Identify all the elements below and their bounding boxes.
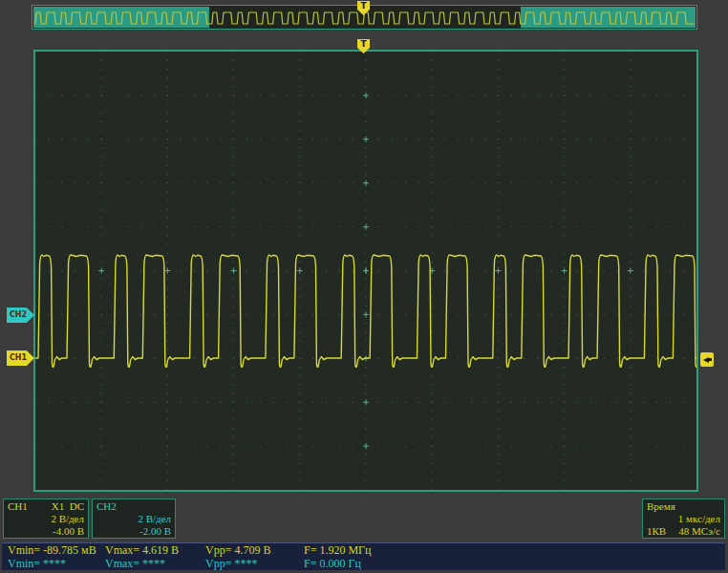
ch2-position-flag[interactable]: CH2 [7,308,34,323]
measurement-bar: Vmin= -89.785 мВ Vmin= **** Vmax= 4.619 … [2,542,725,570]
ch1-coupling: X1 DC [52,500,84,513]
timebase-sample-rate: 48 МСэ/с [678,525,720,538]
measurement-vmax-ch2: Vmax= **** [105,557,179,570]
timebase-memory: 1КВ [647,525,666,538]
ch2-label: CH2 [96,500,117,513]
ch2-info-box[interactable]: CH2 2 В/дел -2.00 В [92,499,176,539]
measurement-freq-ch2: F= 0.000 Гц [304,557,371,570]
measurement-vmin-ch1: Vmin= -89.785 мВ [8,543,96,557]
timebase-scale: 1 мкс/дел [678,513,720,525]
ch1-label: CH1 [8,500,28,513]
ch1-flag-label: CH1 [10,353,27,362]
measurement-vpp-ch1: Vpp= 4.709 В [205,543,270,557]
scope-display [33,50,698,492]
trigger-level-marker[interactable] [700,352,714,367]
measurement-freq: F= 1.920 МГц F= 0.000 Гц [304,543,371,570]
measurement-vpp-ch2: Vpp= **** [205,557,270,570]
timebase-info-box[interactable]: Время 1 мкс/дел 1КВ 48 МСэ/с [642,499,725,539]
ch1-info-box[interactable]: CH1 X1 DC 2 В/дел -4.00 В [3,499,89,539]
ch1-waveform [35,52,696,490]
measurement-vmax: Vmax= 4.619 В Vmax= **** [105,543,179,570]
ch1-offset: -4.00 В [53,525,84,538]
measurement-vmax-ch1: Vmax= 4.619 В [105,543,179,557]
ch1-position-flag[interactable]: CH1 [7,350,34,366]
ch2-scale: 2 В/дел [138,513,171,525]
measurement-freq-ch1: F= 1.920 МГц [304,543,371,557]
measurement-vmin: Vmin= -89.785 мВ Vmin= **** [8,543,96,570]
trigger-arrow-stem [709,358,712,361]
measurement-vmin-ch2: Vmin= **** [8,557,96,570]
ch1-scale: 2 В/дел [51,513,84,525]
timebase-title: Время [647,500,675,513]
measurement-vpp: Vpp= 4.709 В Vpp= **** [205,543,270,570]
ch2-offset: -2.00 В [139,525,171,538]
ch2-flag-label: CH2 [10,310,27,319]
